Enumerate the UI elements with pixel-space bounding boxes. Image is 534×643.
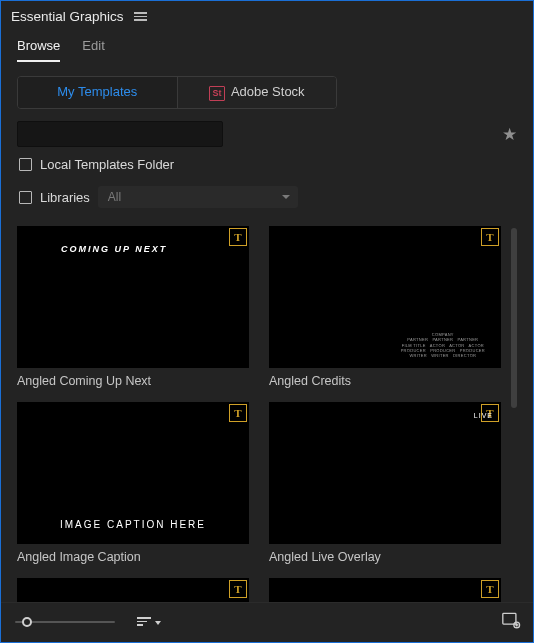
local-templates-checkbox[interactable] <box>19 158 32 171</box>
thumbnail-text: COMPANYPARTNER PARTNER PARTNERFILM TITLE… <box>401 332 485 358</box>
source-tabs: My Templates StAdobe Stock <box>17 76 337 109</box>
typekit-badge-icon: T <box>229 228 247 246</box>
template-label: Angled Image Caption <box>17 550 249 564</box>
templates-area: T COMING UP NEXT Angled Coming Up Next T… <box>17 226 517 602</box>
filter-libraries-row: Libraries All <box>17 176 517 212</box>
grid-scrollbar[interactable] <box>511 226 517 602</box>
template-thumbnail: T <box>17 578 249 602</box>
search-row: ★ <box>17 121 517 147</box>
adobe-stock-icon: St <box>209 86 225 101</box>
template-thumbnail: T <box>269 578 501 602</box>
filter-local-row: Local Templates Folder <box>17 147 517 176</box>
panel-title: Essential Graphics <box>11 9 124 24</box>
tab-edit[interactable]: Edit <box>82 34 104 62</box>
browse-content: My Templates StAdobe Stock ★ Local Templ… <box>1 62 533 602</box>
local-templates-label: Local Templates Folder <box>40 157 174 172</box>
template-thumbnail: T IMAGE CAPTION HERE <box>17 402 249 544</box>
typekit-badge-icon: T <box>229 404 247 422</box>
new-item-icon[interactable] <box>501 611 521 632</box>
panel-tabs: Browse Edit <box>1 30 533 62</box>
libraries-select[interactable]: All <box>98 186 298 208</box>
sort-menu-icon[interactable] <box>137 617 161 626</box>
thumbnail-text: LIVE <box>474 412 493 419</box>
typekit-badge-icon: T <box>229 580 247 598</box>
template-card[interactable]: T LIVE Angled Live Overlay <box>269 402 501 564</box>
template-card[interactable]: T COMING UP NEXT Angled Coming Up Next <box>17 226 249 388</box>
template-label: Angled Credits <box>269 374 501 388</box>
template-thumbnail: T LIVE <box>269 402 501 544</box>
svg-rect-2 <box>503 613 516 624</box>
source-tab-my-templates[interactable]: My Templates <box>18 77 177 108</box>
libraries-label: Libraries <box>40 190 90 205</box>
template-label: Angled Live Overlay <box>269 550 501 564</box>
template-card[interactable]: T IMAGE CAPTION HERE Angled Image Captio… <box>17 402 249 564</box>
thumbnail-zoom-slider[interactable] <box>15 616 115 628</box>
bottom-bar <box>1 602 533 642</box>
libraries-select-value: All <box>108 190 121 204</box>
template-label: Angled Coming Up Next <box>17 374 249 388</box>
panel-header: Essential Graphics <box>1 1 533 30</box>
template-card[interactable]: T COMPANYPARTNER PARTNER PARTNERFILM TIT… <box>269 226 501 388</box>
template-thumbnail: T COMPANYPARTNER PARTNER PARTNERFILM TIT… <box>269 226 501 368</box>
source-tab-adobe-stock[interactable]: StAdobe Stock <box>177 77 337 108</box>
thumbnail-text: COMING UP NEXT <box>61 244 167 254</box>
tab-browse[interactable]: Browse <box>17 34 60 62</box>
thumbnail-text: IMAGE CAPTION HERE <box>60 519 206 530</box>
template-card[interactable]: T <box>17 578 249 602</box>
bottom-left-controls <box>15 616 161 628</box>
source-tab-adobe-stock-label: Adobe Stock <box>231 84 305 99</box>
essential-graphics-panel: Essential Graphics Browse Edit My Templa… <box>0 0 534 643</box>
search-wrap <box>17 121 492 147</box>
panel-menu-icon[interactable] <box>134 12 147 21</box>
favorites-star-icon[interactable]: ★ <box>502 124 517 145</box>
template-card[interactable]: T <box>269 578 501 602</box>
typekit-badge-icon: T <box>481 580 499 598</box>
scrollbar-thumb[interactable] <box>511 228 517 408</box>
search-input[interactable] <box>17 121 223 147</box>
libraries-checkbox[interactable] <box>19 191 32 204</box>
template-thumbnail: T COMING UP NEXT <box>17 226 249 368</box>
typekit-badge-icon: T <box>481 228 499 246</box>
templates-grid: T COMING UP NEXT Angled Coming Up Next T… <box>17 226 505 602</box>
